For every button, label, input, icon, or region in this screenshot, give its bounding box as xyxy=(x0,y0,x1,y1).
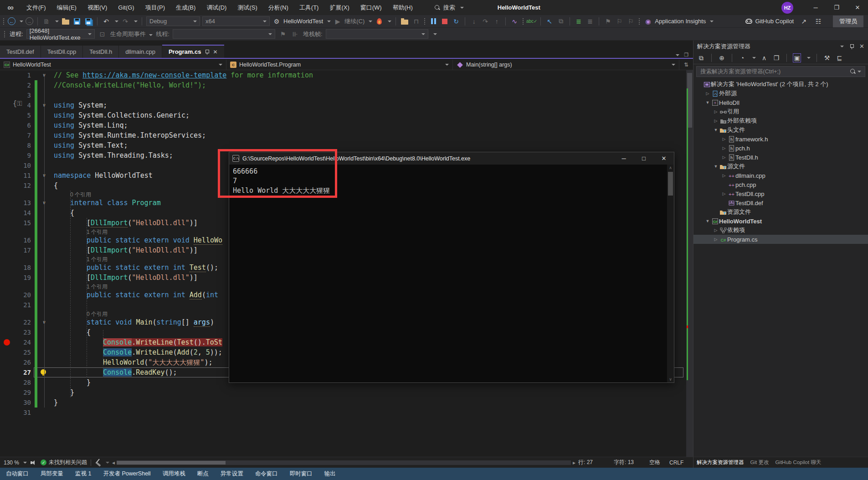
pin-icon[interactable] xyxy=(205,49,209,55)
menu-item-10[interactable]: 扩展(X) xyxy=(324,0,354,15)
breakpoint-margin[interactable] xyxy=(0,100,14,110)
code-line-6[interactable]: 6using System.Linq; xyxy=(0,120,683,130)
new-file-button[interactable]: 🗎 xyxy=(42,17,51,26)
toolbar-drag-handle[interactable] xyxy=(522,18,524,25)
volume-icon[interactable] xyxy=(31,460,36,465)
undo-button[interactable]: ↶ xyxy=(102,17,111,26)
pause-debug-button[interactable] xyxy=(429,17,438,26)
tool-window-tab-调用堆栈[interactable]: 调用堆栈 xyxy=(157,468,191,480)
show-threads-icon[interactable]: ⊪ xyxy=(291,30,300,39)
breakpoint-margin[interactable] xyxy=(0,198,14,208)
chevron-down-icon[interactable] xyxy=(327,21,331,22)
breakpoint-margin[interactable] xyxy=(0,70,14,80)
breakpoint-margin[interactable] xyxy=(0,120,14,130)
tree-item-资源文件[interactable]: 资源文件 xyxy=(693,207,868,217)
chevron-down-icon[interactable] xyxy=(388,21,391,22)
breakpoint-margin[interactable] xyxy=(0,327,14,337)
collapsed-arrow-icon[interactable]: ▷ xyxy=(721,191,727,196)
tool-window-tab-监视 1[interactable]: 监视 1 xyxy=(69,468,97,480)
breakpoint-margin[interactable] xyxy=(0,367,14,377)
indent-lines-button[interactable]: ≣ xyxy=(574,17,583,26)
outdent-lines-button[interactable]: ≣ xyxy=(586,17,595,26)
collapsed-arrow-icon[interactable]: ▷ xyxy=(713,237,719,242)
menu-item-9[interactable]: 工具(T) xyxy=(294,0,324,15)
tree-item-HelloDll[interactable]: ▼+HelloDll xyxy=(693,98,868,107)
document-tab-TestDll.h[interactable]: TestDll.h xyxy=(83,46,118,58)
clipboard-button[interactable]: ⧉ xyxy=(556,17,565,26)
toolbar-drag-handle[interactable] xyxy=(424,18,426,25)
tree-item-framework.h[interactable]: ▷hframework.h xyxy=(693,134,868,144)
navigate-forward-button[interactable]: → xyxy=(26,17,33,25)
breadcrumb-type-dropdown[interactable]: C HelloWorldTest.Program xyxy=(226,60,453,70)
document-list-chevron-icon[interactable] xyxy=(676,54,679,56)
feedback-icon[interactable]: ☷ xyxy=(814,17,823,26)
collapse-all-icon[interactable]: ∧ xyxy=(760,53,768,62)
menu-item-3[interactable]: Git(G) xyxy=(113,0,139,15)
breadcrumb-member-dropdown[interactable]: Main(string[] args) xyxy=(453,60,679,70)
breakpoint-margin[interactable] xyxy=(0,235,14,245)
tool-window-tab-命令窗口[interactable]: 命令窗口 xyxy=(249,468,284,480)
breakpoint-margin[interactable] xyxy=(0,90,14,100)
zoom-level-dropdown[interactable]: 130 % xyxy=(0,459,31,466)
breakpoint-margin[interactable] xyxy=(0,245,14,255)
breadcrumb-project-dropdown[interactable]: C# HelloWorldTest xyxy=(0,60,226,70)
switch-views-icon[interactable]: ⧉ xyxy=(697,53,705,62)
cursor-select-button[interactable]: ↖ xyxy=(545,17,554,26)
breakpoint-margin[interactable] xyxy=(0,408,14,418)
document-tab-TestDll.def[interactable]: TestDll.def xyxy=(0,46,41,58)
sync-with-active-document-icon[interactable]: ⊕ xyxy=(718,53,726,62)
console-maximize-button[interactable]: □ xyxy=(634,152,654,165)
breakpoint-margin[interactable] xyxy=(0,283,14,290)
chevron-down-icon[interactable] xyxy=(433,33,437,35)
tree-item-外部依赖项[interactable]: ▷外部依赖项 xyxy=(693,116,868,125)
solution-explorer-search-input[interactable]: 搜索解决方案资源管理器(Ctrl+;) xyxy=(696,66,865,77)
breakpoint-margin[interactable] xyxy=(0,317,14,327)
breakpoint-margin[interactable] xyxy=(0,273,14,283)
startup-project-dropdown[interactable]: HelloWorldTest xyxy=(283,18,323,25)
chevron-down-icon[interactable] xyxy=(710,21,714,22)
tree-item-Program.cs[interactable]: ▷C#Program.cs xyxy=(693,235,868,244)
stop-debug-button[interactable] xyxy=(440,17,449,26)
close-icon[interactable]: ✕ xyxy=(859,43,864,50)
minimize-button[interactable]: ─ xyxy=(805,0,826,15)
application-insights-dropdown[interactable]: Application Insights xyxy=(655,18,706,25)
tool-window-tab-自动窗口[interactable]: 自动窗口 xyxy=(0,468,35,480)
chevron-down-icon[interactable] xyxy=(20,21,23,22)
menu-item-12[interactable]: 帮助(H) xyxy=(387,0,418,15)
menu-item-8[interactable]: 分析(N) xyxy=(263,0,294,15)
status-eol[interactable]: CRLF xyxy=(669,459,693,466)
document-tab-Program.cs[interactable]: Program.cs✕ xyxy=(162,45,224,58)
share-icon[interactable]: ↗ xyxy=(799,17,808,26)
collapsed-arrow-icon[interactable]: ▷ xyxy=(721,155,727,160)
scroll-down-icon[interactable]: ∨ xyxy=(667,377,674,382)
navigate-back-button[interactable]: ← xyxy=(8,17,15,25)
application-window-icon[interactable]: ⊓ xyxy=(411,17,421,26)
tool-window-tab-异常设置[interactable]: 异常设置 xyxy=(215,468,249,480)
tree-item-外部源[interactable]: ▷外部源 xyxy=(693,89,868,98)
expanded-arrow-icon[interactable]: ▼ xyxy=(713,128,719,132)
step-out-button[interactable]: ↑ xyxy=(492,17,501,26)
collapsed-arrow-icon[interactable]: ▷ xyxy=(713,109,719,114)
chevron-down-icon[interactable] xyxy=(134,21,138,22)
split-editor-icon[interactable]: ⇅ xyxy=(679,60,693,70)
breakpoint-margin[interactable] xyxy=(0,387,14,397)
chevron-down-icon[interactable] xyxy=(55,21,59,22)
code-cleanup-icon[interactable] xyxy=(96,459,103,466)
previous-bookmark-button[interactable]: ⚐ xyxy=(615,17,624,26)
collapsed-arrow-icon[interactable]: ▷ xyxy=(704,91,711,96)
breakpoint-margin[interactable] xyxy=(0,397,14,408)
redo-button[interactable]: ↷ xyxy=(121,17,130,26)
lifecycle-events-dropdown[interactable]: 生命周期事件 xyxy=(110,30,153,38)
pin-icon[interactable] xyxy=(849,44,854,49)
chevron-down-icon[interactable] xyxy=(115,21,118,22)
toolbar-drag-handle[interactable] xyxy=(638,18,640,25)
thread-dropdown[interactable] xyxy=(173,29,275,39)
menu-item-11[interactable]: 窗口(W) xyxy=(355,0,387,15)
tree-item-TestDll.cpp[interactable]: ▷++TestDll.cpp xyxy=(693,189,868,198)
chevron-down-icon[interactable] xyxy=(106,462,109,464)
github-copilot-button[interactable]: GitHub Copilot xyxy=(745,18,794,25)
breakpoint-icon[interactable] xyxy=(4,339,10,346)
solution-platform-dropdown[interactable]: x64 xyxy=(202,16,270,26)
code-line-5[interactable]: 5using System.Collections.Generic; xyxy=(0,110,683,120)
menu-item-5[interactable]: 生成(B) xyxy=(170,0,201,15)
